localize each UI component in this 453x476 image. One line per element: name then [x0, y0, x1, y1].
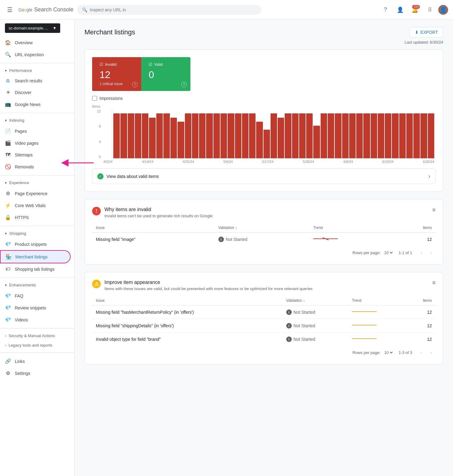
sidebar-item-videos[interactable]: 💎 Videos	[0, 314, 71, 326]
invalid-issues-table: Issue Validation ↓ Trend Items Missing f…	[92, 223, 435, 246]
invalid-help-icon[interactable]: ?	[132, 82, 138, 87]
sort-down-icon-improve[interactable]: ↓	[303, 298, 305, 303]
validation-cell: i Not Started	[215, 233, 310, 246]
section-header-legacy[interactable]: › Legacy tools and reports	[0, 340, 74, 350]
col-header-validation-invalid: Validation ↓	[215, 223, 310, 233]
chart-bar-11	[192, 113, 198, 158]
sidebar-item-pages[interactable]: 📄 Pages	[0, 125, 71, 137]
chart-bar-12	[199, 113, 205, 158]
sidebar-item-shopping-tab-listings[interactable]: 🏷 Shopping tab listings	[0, 263, 71, 275]
chevron-down-icon-enhancements: ▾	[5, 283, 7, 287]
chart-bar-38	[385, 113, 391, 158]
invalid-section-title: ! Why items are invalid Invalid items ca…	[92, 207, 213, 218]
chart-bar-25	[292, 113, 299, 158]
sidebar-item-links[interactable]: 🔗 Links	[0, 355, 71, 367]
sidebar-label-merchant-listings: Merchant listings	[15, 254, 48, 259]
search-bar[interactable]: 🔍	[77, 5, 261, 15]
sidebar-label-url-inspection: URL inspection	[15, 52, 44, 57]
chart-bars	[112, 109, 435, 158]
section-header-shopping[interactable]: ▾ Shopping	[0, 229, 74, 238]
next-page-button[interactable]: ›	[427, 248, 435, 257]
google-g-icon: G	[5, 78, 11, 83]
prev-page-button[interactable]: ‹	[417, 248, 426, 257]
sidebar-item-url-inspection[interactable]: 🔍 URL inspection	[0, 49, 71, 61]
faq-icon: 💎	[5, 293, 11, 299]
invalid-sub: 1 critical issue	[100, 82, 134, 86]
section-header-security[interactable]: › Security & Manual Actions	[0, 331, 74, 340]
improve-table-header-row: Issue Validation ↓ Trend Items	[92, 296, 435, 305]
chart-bar-15	[221, 113, 227, 158]
admin-button[interactable]: 👤	[394, 4, 406, 16]
sidebar-item-settings[interactable]: ⚙ Settings	[0, 367, 71, 379]
page-exp-icon: ⚙	[5, 191, 11, 196]
pagination-info: 1-1 of 1	[399, 250, 412, 255]
filter-icon[interactable]: ≡	[432, 207, 435, 213]
sidebar-label-core-web-vitals: Core Web Vitals	[15, 203, 46, 208]
sidebar-item-faq[interactable]: 💎 FAQ	[0, 290, 71, 302]
avatar[interactable]: 👤	[438, 5, 448, 15]
filter-icon-improve[interactable]: ≡	[432, 280, 435, 286]
invalid-table-body: Missing field "image" i Not Started	[92, 233, 435, 246]
section-header-performance[interactable]: ▾ Performance	[0, 66, 74, 75]
chart-bar-43	[420, 113, 427, 158]
menu-icon[interactable]: ☰	[5, 6, 15, 14]
trend-sparkline-2	[352, 323, 377, 328]
sidebar-item-google-news[interactable]: 📺 Google News	[0, 98, 71, 110]
sidebar-item-removals[interactable]: 🚫 Removals	[0, 161, 71, 173]
section-header-indexing[interactable]: ▾ Indexing	[0, 116, 74, 125]
rows-per-page-select[interactable]: 10 25 50	[383, 250, 394, 255]
sidebar: sc-domain:example.com ▼ 🏠 Overview 🔍 URL…	[0, 20, 75, 476]
sidebar-item-search-results[interactable]: G Search results	[0, 75, 71, 86]
search-icon: 🔍	[82, 7, 87, 12]
x-label-2: 4/14/24	[142, 160, 153, 163]
removals-icon: 🚫	[5, 164, 11, 170]
col-header-items-improve: Items	[406, 296, 435, 305]
export-button[interactable]: ⬇ EXPORT	[410, 27, 443, 37]
sidebar-item-merchant-listings[interactable]: 🏪 Merchant listings	[0, 250, 71, 263]
invalid-title: Why items are invalid	[104, 207, 213, 212]
app-body: sc-domain:example.com ▼ 🏠 Overview 🔍 URL…	[0, 20, 453, 476]
sidebar-item-page-experience[interactable]: ⚙ Page Experience	[0, 187, 71, 199]
cwv-icon: ⚡	[5, 203, 11, 208]
valid-items-link[interactable]: ✓ View data about valid items ›	[92, 168, 435, 184]
chart-bar-33	[349, 113, 356, 158]
not-started-badge-2: i Not Started	[286, 323, 345, 328]
valid-header: ☑ Valid	[149, 62, 183, 67]
sidebar-item-discover[interactable]: ✳ Discover	[0, 86, 71, 98]
chart-bar-44	[428, 113, 434, 158]
sidebar-item-product-snippets[interactable]: 💎 Product snippets	[0, 238, 71, 250]
sidebar-item-sitemaps[interactable]: 🗺 Sitemaps	[0, 149, 71, 161]
sidebar-item-https[interactable]: 🔒 HTTPS	[0, 211, 71, 223]
search-input[interactable]	[90, 7, 256, 12]
not-started-text-2: Not Started	[294, 323, 315, 328]
section-header-experience[interactable]: ▾ Experience	[0, 178, 74, 187]
sidebar-divider-6	[0, 328, 74, 328]
help-button[interactable]: ?	[379, 4, 392, 16]
merchant-listings-icon: 🏪	[6, 254, 12, 260]
sidebar-item-video-pages[interactable]: 🎬 Video pages	[0, 137, 71, 149]
x-label-6: 5/28/24	[303, 160, 314, 163]
rows-per-page-select-improve[interactable]: 10 25 50	[383, 350, 394, 355]
valid-help-icon[interactable]: ?	[181, 82, 187, 87]
sidebar-item-core-web-vitals[interactable]: ⚡ Core Web Vitals	[0, 199, 71, 211]
sidebar-label-overview: Overview	[15, 40, 33, 45]
chart-bar-1	[120, 113, 127, 158]
chart-bar-6	[156, 113, 163, 158]
sidebar-item-overview[interactable]: 🏠 Overview	[0, 37, 71, 49]
impressions-checkbox[interactable]	[92, 96, 97, 101]
valid-label: Valid	[154, 62, 163, 67]
next-page-button-improve[interactable]: ›	[427, 348, 435, 357]
sidebar-item-review-snippets[interactable]: 💎 Review snippets	[0, 302, 71, 314]
invalid-header: ☑ Invalid	[100, 62, 134, 67]
property-selector[interactable]: sc-domain:example.com ▼	[5, 23, 60, 33]
x-label-4: 5/6/24	[223, 160, 233, 163]
notifications-button[interactable]: 🔔 100	[409, 4, 421, 16]
main-content: Merchant listings ⬇ EXPORT Last updated:…	[75, 20, 453, 476]
sort-down-icon[interactable]: ↓	[235, 226, 237, 230]
status-boxes: ☑ Invalid 12 1 critical issue ? ☑ Valid …	[92, 57, 190, 91]
prev-page-button-improve[interactable]: ‹	[417, 348, 426, 357]
discover-icon: ✳	[5, 89, 11, 95]
sidebar-label-faq: FAQ	[15, 293, 23, 298]
apps-button[interactable]: ⠿	[424, 4, 436, 16]
section-header-enhancements[interactable]: ▾ Enhancements	[0, 280, 74, 290]
